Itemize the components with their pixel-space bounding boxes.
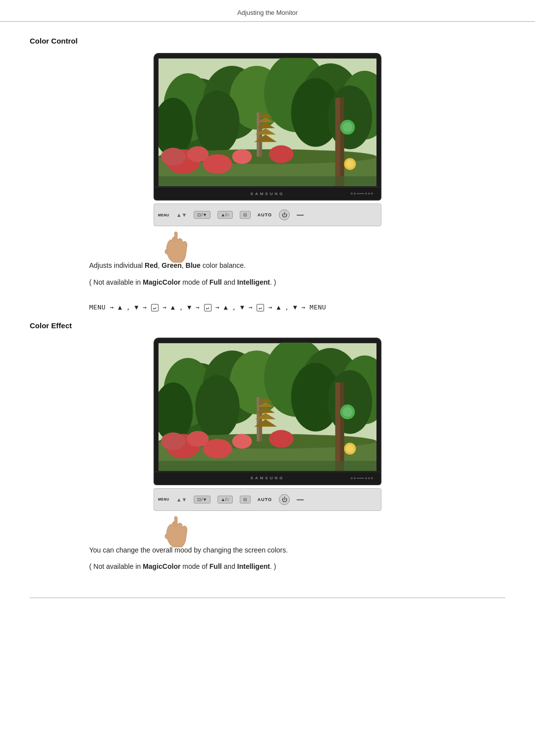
svg-point-32 bbox=[187, 147, 209, 162]
menu-label-1: MENU bbox=[158, 213, 169, 217]
bold-magiccolor1: MagicColor bbox=[143, 278, 180, 286]
ctrl-btn2-3: ⊟ bbox=[240, 496, 251, 504]
color-control-desc2: ( Not available in MagicColor mode of Fu… bbox=[89, 277, 495, 289]
dot-line bbox=[357, 193, 364, 194]
dot2-5 bbox=[371, 477, 373, 479]
btn3-label: ⊟ bbox=[243, 212, 247, 217]
bold-magiccolor2: MagicColor bbox=[143, 562, 180, 570]
dot2-1 bbox=[351, 477, 353, 479]
svg-point-29 bbox=[346, 160, 354, 168]
color-effect-section: Color Effect bbox=[30, 321, 505, 588]
svg-point-27 bbox=[343, 122, 353, 132]
enter-icon-3: ↵ bbox=[257, 304, 264, 311]
bold-intelligent1: Intelligent bbox=[237, 278, 270, 286]
svg-point-30 bbox=[232, 150, 252, 164]
svg-point-9 bbox=[195, 91, 239, 154]
color-effect-desc1: You can change the overall mood by chang… bbox=[89, 545, 495, 556]
svg-point-58 bbox=[161, 432, 186, 450]
btn2-label: ▲/○ bbox=[221, 212, 229, 217]
ctrl-btn2: ▲/○ bbox=[217, 211, 233, 219]
monitor-outer-2 bbox=[154, 338, 381, 472]
svg-point-23 bbox=[161, 148, 186, 166]
btn2-2-label: ▲/○ bbox=[221, 497, 229, 502]
auto-label-1: AUTO bbox=[258, 212, 272, 217]
control-bar-2: MENU ▲▼ ⊡/▼ ▲/○ ⊟ AUTO ⏻ — bbox=[154, 488, 381, 511]
svg-rect-25 bbox=[340, 98, 344, 176]
bold-intelligent2: Intelligent bbox=[237, 562, 270, 570]
minus-btn-2[interactable]: — bbox=[297, 496, 304, 504]
svg-point-46 bbox=[328, 370, 372, 434]
svg-rect-33 bbox=[159, 176, 376, 186]
svg-point-62 bbox=[343, 407, 353, 417]
control-bar-1: MENU ▲▼ ⊡/▼ ▲/○ ⊟ AUTO ⏻ — bbox=[154, 203, 381, 226]
hand-pointer-wrap-2 bbox=[154, 515, 381, 545]
hand-pointer-wrap-1 bbox=[154, 230, 381, 260]
svg-point-64 bbox=[346, 445, 354, 453]
power-btn-2[interactable]: ⏻ bbox=[279, 494, 290, 505]
btn1-label: ⊡/▼ bbox=[197, 212, 207, 217]
monitor-screen-1 bbox=[159, 58, 376, 187]
content-area: Color Control bbox=[0, 22, 535, 618]
monitor-frame-2: SAMSUNG bbox=[154, 338, 381, 485]
dot5 bbox=[371, 193, 373, 195]
dot4 bbox=[368, 193, 370, 195]
color-effect-desc2: ( Not available in MagicColor mode of Fu… bbox=[89, 561, 495, 573]
svg-point-31 bbox=[269, 146, 294, 163]
dot2-2 bbox=[354, 477, 356, 479]
color-control-heading: Color Control bbox=[30, 37, 505, 45]
svg-rect-68 bbox=[159, 461, 376, 471]
power-icon-2: ⏻ bbox=[282, 497, 287, 503]
menu-label-2: MENU bbox=[158, 498, 169, 501]
btn2-3-label: ⊟ bbox=[243, 497, 247, 502]
separator2a: ▲▼ bbox=[176, 497, 187, 503]
page-title: Adjusting the Monitor bbox=[237, 9, 298, 16]
svg-point-44 bbox=[195, 375, 239, 439]
svg-rect-60 bbox=[340, 382, 344, 461]
monitor-footer-2: SAMSUNG bbox=[154, 472, 381, 485]
control-bar-wrap-1: MENU ▲▼ ⊡/▼ ▲/○ ⊟ AUTO ⏻ — bbox=[154, 203, 381, 226]
control-bar-wrap-2: MENU ▲▼ ⊡/▼ ▲/○ ⊟ AUTO ⏻ — bbox=[154, 488, 381, 511]
ctrl-btn3: ⊟ bbox=[240, 211, 251, 219]
monitor-brand-2: SAMSUNG bbox=[251, 476, 285, 480]
btn2-1-label: ⊡/▼ bbox=[197, 497, 207, 502]
dot1 bbox=[351, 193, 353, 195]
enter-icon-2: ↵ bbox=[204, 304, 212, 311]
bold-red: Red bbox=[145, 261, 158, 269]
svg-point-67 bbox=[187, 431, 209, 447]
bold-green: Green bbox=[161, 261, 181, 269]
dot2-4 bbox=[368, 477, 370, 479]
power-btn-1[interactable]: ⏻ bbox=[279, 209, 290, 220]
nature-scene-svg-1 bbox=[159, 58, 376, 187]
monitor-frame-1: SAMSUNG bbox=[154, 53, 381, 201]
monitor-dots-1 bbox=[351, 193, 373, 195]
ctrl-btn2-1: ⊡/▼ bbox=[194, 496, 210, 504]
monitor-outer-1 bbox=[154, 53, 381, 188]
minus-btn-1[interactable]: — bbox=[297, 211, 304, 219]
svg-point-66 bbox=[269, 430, 294, 448]
bold-blue: Blue bbox=[186, 261, 201, 269]
svg-point-65 bbox=[232, 434, 252, 449]
ctrl-btn1: ⊡/▼ bbox=[194, 211, 210, 219]
dot2 bbox=[354, 193, 356, 195]
bold-full1: Full bbox=[210, 278, 222, 286]
monitor-brand-1: SAMSUNG bbox=[251, 192, 285, 196]
color-effect-heading: Color Effect bbox=[30, 321, 505, 330]
monitor-screen-2 bbox=[159, 343, 376, 471]
page-header: Adjusting the Monitor bbox=[0, 0, 535, 22]
color-control-description: Adjusts individual Red, Green, Blue colo… bbox=[30, 260, 505, 303]
power-icon-1: ⏻ bbox=[282, 212, 287, 218]
color-control-section: Color Control bbox=[30, 37, 505, 311]
bold-full2: Full bbox=[210, 562, 222, 570]
svg-point-11 bbox=[328, 86, 372, 150]
ctrl-btn2-2: ▲/○ bbox=[217, 496, 233, 504]
nature-scene-svg-2 bbox=[159, 343, 376, 471]
page-container: Adjusting the Monitor Color Control bbox=[0, 0, 535, 756]
monitor-footer-1: SAMSUNG bbox=[154, 188, 381, 201]
dot-line-2 bbox=[357, 478, 364, 479]
monitor-dots-2 bbox=[351, 477, 373, 479]
separator1a: ▲▼ bbox=[176, 212, 187, 218]
enter-icon-1: ↵ bbox=[151, 304, 159, 311]
color-effect-description: You can change the overall mood by chang… bbox=[30, 545, 505, 588]
auto-label-2: AUTO bbox=[258, 497, 272, 502]
menu-sequence-1: MENU → ▲ , ▼ → ↵ → ▲ , ▼ → ↵ → ▲ , ▼ → ↵… bbox=[30, 303, 505, 311]
